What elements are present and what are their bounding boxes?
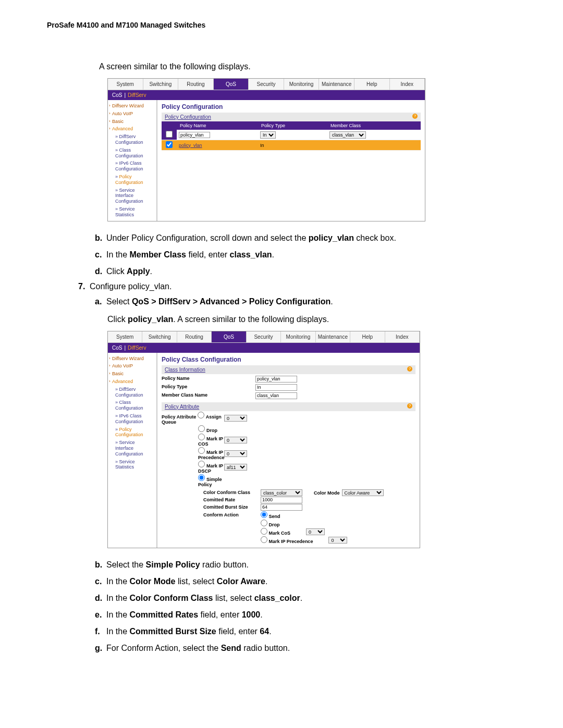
tab-index[interactable]: Index (385, 331, 420, 342)
table-row: In class_vlan (162, 130, 421, 140)
conform-select[interactable]: 0 (306, 528, 325, 535)
attr-row: Mark IP Precedence0 (162, 447, 415, 460)
conform-radio[interactable] (261, 528, 267, 535)
tab-help[interactable]: Help (354, 79, 390, 90)
tab-qos[interactable]: QoS (212, 331, 246, 342)
attr-row: Simple Policy (162, 474, 415, 487)
step: c.In the Member Class field, enter class… (95, 249, 516, 261)
row-checkbox[interactable] (166, 141, 173, 148)
screenshot-policy-config: SystemSwitchingRoutingQoSSecurityMonitor… (107, 78, 425, 221)
sidebar-item[interactable]: » Service Interface Configuration (109, 439, 155, 458)
subnav-item[interactable]: CoS (112, 345, 122, 351)
tab-help[interactable]: Help (350, 331, 385, 342)
sidebar-item[interactable]: ›Auto VoIP (109, 362, 155, 370)
info-input[interactable] (255, 384, 297, 391)
policy-table: Policy NamePolicy TypeMember Class In cl… (162, 121, 421, 151)
sidebar-item[interactable]: » Policy Configuration (109, 426, 155, 439)
tab-maintenance[interactable]: Maintenance (316, 331, 350, 342)
conform-option: Send (267, 514, 280, 519)
subnav-item[interactable]: CoS (112, 92, 122, 98)
attr-row: Policy Attribute Assign Queue0 (162, 412, 415, 425)
attr-radio[interactable] (198, 474, 205, 481)
section-bar: Policy Attribute ? (162, 402, 415, 411)
intro-text: A screen similar to the following displa… (99, 60, 516, 73)
committed-rate-input[interactable] (261, 497, 302, 503)
attr-row: Mark IP DSCPaf11 (162, 461, 415, 474)
row-checkbox[interactable] (166, 131, 173, 138)
pane-title: Policy Configuration (162, 103, 421, 110)
conform-row: Mark CoS0 (188, 528, 415, 536)
tab-system[interactable]: System (108, 331, 142, 342)
sidebar-item[interactable]: ›Diffserv Wizard (109, 355, 155, 363)
committed-burst-input[interactable] (261, 504, 302, 511)
conform-radio[interactable] (261, 536, 267, 543)
tab-security[interactable]: Security (247, 331, 281, 342)
section-label: Class Information (165, 367, 205, 373)
attr-select[interactable]: 0 (224, 437, 247, 443)
color-mode-select[interactable]: Color Aware (342, 489, 384, 496)
sidebar-item[interactable]: ›Basic (109, 370, 155, 378)
tab-monitoring[interactable]: Monitoring (284, 79, 320, 90)
subnav-item[interactable]: DiffServ (128, 345, 146, 351)
policy-name-input[interactable] (179, 132, 210, 138)
tab-system[interactable]: System (108, 79, 143, 90)
attr-radio[interactable] (198, 425, 205, 432)
sidebar-item[interactable]: » DiffServ Configuration (109, 386, 155, 399)
main-tabs: SystemSwitchingRoutingQoSSecurityMonitor… (108, 331, 420, 343)
step: d.In the Color Conform Class list, selec… (95, 592, 516, 604)
attr-radio[interactable] (198, 447, 205, 454)
tab-routing[interactable]: Routing (177, 331, 212, 342)
subnav-item[interactable]: DiffServ (128, 92, 146, 98)
sidebar-item[interactable]: » Class Configuration (109, 399, 155, 412)
member-class-select[interactable]: class_vlan (329, 131, 366, 139)
attr-radio[interactable] (198, 434, 205, 440)
help-icon[interactable]: ? (407, 366, 412, 372)
sidebar-item[interactable]: » DiffServ Configuration (109, 133, 155, 146)
sidebar-item[interactable]: ›Auto VoIP (109, 110, 155, 118)
step: e.In the Committed Rates field, enter 10… (95, 609, 516, 621)
color-conform-select[interactable]: class_color (261, 489, 302, 496)
tab-index[interactable]: Index (390, 79, 425, 90)
sidebar-item[interactable]: » Service Statistics (109, 458, 155, 472)
attr-select[interactable]: af11 (224, 464, 247, 471)
sidebar-item[interactable]: ›Diffserv Wizard (109, 102, 155, 110)
attr-select[interactable]: 0 (224, 415, 247, 422)
main-pane: Policy Configuration Policy Configuratio… (157, 100, 425, 221)
tab-security[interactable]: Security (249, 79, 284, 90)
sidebar-item[interactable]: » Class Configuration (109, 146, 155, 160)
tab-switching[interactable]: Switching (142, 331, 177, 342)
sidebar-item[interactable]: » IPv6 Class Configuration (109, 412, 155, 426)
tab-monitoring[interactable]: Monitoring (281, 331, 315, 342)
attr-radio[interactable] (198, 412, 204, 418)
policy-link[interactable]: policy_vlan (179, 143, 202, 148)
step: b.Under Policy Configuration, scroll dow… (95, 232, 516, 244)
tab-routing[interactable]: Routing (178, 79, 214, 90)
subnav: CoS|DiffServ (108, 90, 425, 100)
policy-type-select[interactable]: In (260, 131, 276, 139)
attr-radio[interactable] (198, 461, 205, 467)
tab-maintenance[interactable]: Maintenance (319, 79, 354, 90)
help-icon[interactable]: ? (412, 114, 418, 119)
attr-select[interactable]: 0 (224, 450, 247, 457)
step: b.Select the Simple Policy radio button. (95, 559, 516, 571)
sidebar-item[interactable]: » Policy Configuration (109, 173, 155, 187)
simple-row: Comitted Burst Size (188, 504, 415, 511)
conform-radio[interactable] (261, 520, 267, 526)
sidebar-item[interactable]: ›Advanced (109, 378, 155, 386)
conform-select[interactable]: 0 (328, 537, 347, 544)
sidebar-item[interactable]: » Service Statistics (109, 205, 155, 219)
table-row[interactable]: policy_vlan In (162, 140, 421, 151)
sidebar-item[interactable]: ›Advanced (109, 125, 155, 133)
col-header: Policy Name (177, 121, 258, 130)
conform-radio[interactable] (261, 511, 267, 518)
sidebar-item[interactable]: » Service Interface Configuration (109, 187, 155, 205)
attr-row: Mark IP COS0 (162, 434, 415, 447)
sidebar-item[interactable]: ›Basic (109, 118, 155, 126)
help-icon[interactable]: ? (407, 403, 412, 409)
info-input[interactable] (255, 376, 297, 382)
tab-switching[interactable]: Switching (143, 79, 179, 90)
info-input[interactable] (255, 392, 297, 399)
simple-row: Color Conform Classclass_colorColor Mode… (188, 489, 415, 496)
sidebar-item[interactable]: » IPv6 Class Configuration (109, 159, 155, 173)
tab-qos[interactable]: QoS (214, 79, 249, 90)
